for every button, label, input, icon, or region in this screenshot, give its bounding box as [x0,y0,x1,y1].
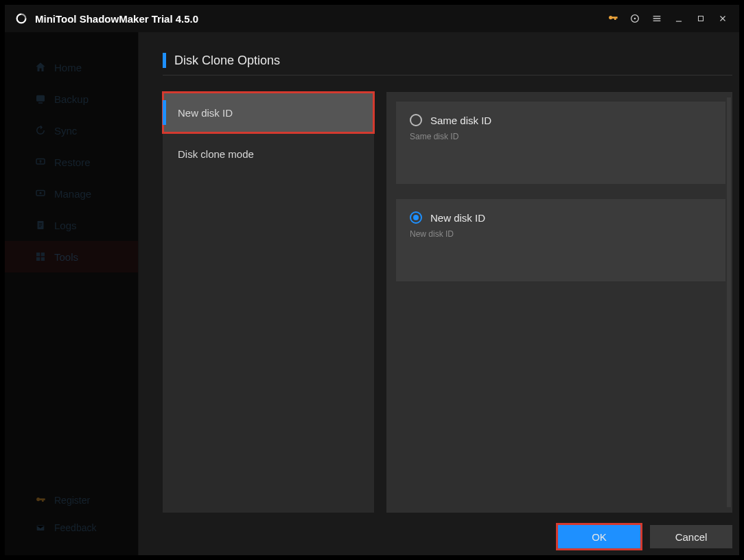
close-button[interactable] [712,8,734,30]
content-area: Disk Clone Options New disk ID Disk clon… [139,32,739,555]
home-icon [34,60,47,74]
mail-icon [34,521,47,535]
sidebar-item-label: Tools [54,251,78,263]
option-disk-clone-mode[interactable]: Disk clone mode [163,133,374,174]
dialog-header: Disk Clone Options [163,53,732,75]
svg-rect-4 [38,102,43,104]
sidebar-item-manage[interactable]: Manage [5,178,138,209]
option-detail-panel: Same disk ID Same disk ID New disk ID Ne… [386,92,732,513]
sidebar-item-label: Backup [54,93,89,105]
manage-icon [34,187,47,200]
backup-icon [34,92,47,106]
sidebar-item-backup[interactable]: Backup [5,83,138,115]
sidebar-item-home[interactable]: Home [5,51,138,83]
sidebar-bottom: Register Feedback [5,487,138,555]
sync-icon [34,124,47,137]
menu-icon[interactable] [646,8,668,30]
sidebar-item-label: Sync [54,125,77,137]
outer-frame: MiniTool ShadowMaker Trial 4.5.0 [0,0,744,560]
disk-icon[interactable] [624,8,646,30]
logs-icon [34,218,47,232]
sidebar-item-feedback[interactable]: Feedback [5,514,138,541]
app-logo-icon [14,12,28,25]
dialog-title: Disk Clone Options [174,54,280,68]
option-label: New disk ID [178,107,233,119]
radio-card-same-disk-id[interactable]: Same disk ID Same disk ID [396,102,725,184]
ok-button[interactable]: OK [558,525,640,548]
app-window: MiniTool ShadowMaker Trial 4.5.0 [5,5,739,555]
svg-rect-12 [41,257,45,261]
svg-rect-10 [41,253,45,256]
svg-rect-11 [36,257,40,261]
radio-desc: New disk ID [410,229,712,239]
svg-rect-3 [36,95,45,102]
sidebar-item-label: Logs [54,220,77,231]
key-icon[interactable] [602,8,624,30]
restore-icon [34,155,47,169]
sidebar-item-label: Feedback [54,522,96,533]
sidebar-item-logs[interactable]: Logs [5,209,138,241]
scrollbar[interactable] [727,97,731,507]
radio-icon[interactable] [410,114,422,126]
key-icon [34,493,47,507]
svg-rect-2 [699,16,704,21]
dialog-body: New disk ID Disk clone mode Sa [163,92,732,513]
sidebar: Home Backup Sync [5,32,139,555]
minimize-button[interactable] [668,8,690,30]
radio-label: Same disk ID [430,115,491,126]
cancel-button[interactable]: Cancel [650,525,732,548]
disk-clone-options-dialog: Disk Clone Options New disk ID Disk clon… [163,53,732,548]
sidebar-item-label: Manage [54,188,91,200]
option-new-disk-id[interactable]: New disk ID [163,92,374,133]
sidebar-item-restore[interactable]: Restore [5,146,138,178]
option-list: New disk ID Disk clone mode [163,92,374,513]
sidebar-item-tools[interactable]: Tools [5,241,138,272]
sidebar-item-label: Restore [54,156,91,168]
app-title: MiniTool ShadowMaker Trial 4.5.0 [35,13,198,25]
titlebar: MiniTool ShadowMaker Trial 4.5.0 [5,5,739,32]
svg-rect-9 [36,253,40,256]
radio-desc: Same disk ID [410,132,712,141]
option-label: Disk clone mode [178,148,254,160]
radio-label: New disk ID [430,212,485,224]
sidebar-item-label: Home [54,62,82,73]
svg-point-1 [634,18,636,20]
radio-card-new-disk-id[interactable]: New disk ID New disk ID [396,199,725,281]
maximize-button[interactable] [690,8,712,30]
sidebar-item-sync[interactable]: Sync [5,115,138,146]
sidebar-item-register[interactable]: Register [5,487,138,514]
svg-point-7 [40,192,42,194]
tools-icon [34,250,47,264]
sidebar-item-label: Register [54,495,90,506]
radio-icon[interactable] [410,211,422,224]
dialog-footer: OK Cancel [163,513,732,548]
header-accent-bar [163,53,166,68]
